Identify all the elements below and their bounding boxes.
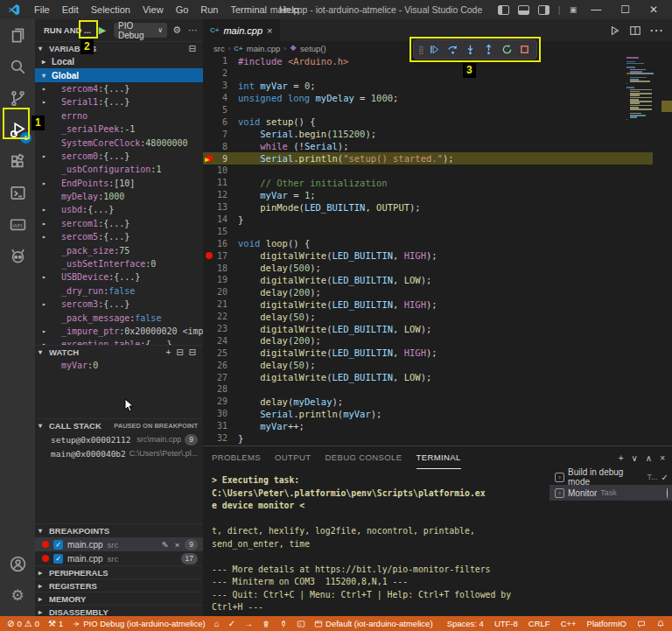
pio-build-button[interactable]: ✓ [228, 619, 235, 628]
code-line[interactable]: 27 digitalWrite(LED_BUILTIN, LOW); [203, 371, 653, 383]
variable-row[interactable]: ▸Local [35, 55, 203, 68]
variable-row[interactable]: _dry_run: false [35, 284, 203, 298]
terminal-output[interactable]: > Executing task: C:\Users\Peter\.platfo… [203, 469, 550, 616]
panel-tab-problems[interactable]: PROBLEMS [212, 446, 261, 469]
extensions-icon[interactable] [0, 145, 35, 177]
pio-terminal-button[interactable] [297, 620, 305, 628]
indentation-indicator[interactable]: Spaces: 4 [447, 619, 484, 628]
variables-pane-header[interactable]: ▾VARIABLES ⊟ [35, 41, 203, 55]
pane-header-peripherals[interactable]: ▸PERIPHERALS [35, 565, 203, 578]
explorer-icon[interactable] [0, 19, 35, 51]
code-line[interactable]: 11 // Other initialization [203, 177, 653, 189]
code-line[interactable]: 14} [203, 214, 653, 226]
code-line[interactable]: 29 delay(myDelay); [203, 396, 653, 408]
pane-header-registers[interactable]: ▸REGISTERS [35, 578, 203, 592]
code-line[interactable]: 7 Serial.begin(115200); [203, 128, 653, 140]
minimap[interactable] [626, 57, 653, 121]
panel-tab-output[interactable]: OUTPUT [275, 446, 311, 469]
breakpoint-checkbox[interactable]: ✓ [53, 554, 63, 564]
editor-more-actions-icon[interactable]: ⋯ [649, 22, 663, 39]
variable-row[interactable]: ▸Serial1: {...} [35, 95, 203, 109]
code-line[interactable]: 6void setup() { [203, 116, 653, 128]
feedback-button[interactable] [637, 620, 646, 628]
tab-close-icon[interactable]: × [267, 25, 272, 36]
collapse-all-icon[interactable]: ⊟ [187, 44, 198, 53]
toggle-sidebar-icon[interactable] [498, 5, 509, 15]
code-line[interactable]: 26 delay(50); [203, 359, 653, 371]
code-line[interactable]: 5 [203, 104, 653, 116]
pane-header-disassembly[interactable]: ▸DISASSEMBLY [35, 605, 203, 616]
code-line[interactable]: 30 Serial.println(myVar); [203, 408, 653, 420]
variable-row[interactable]: ▸usbd: {...} [35, 203, 203, 216]
variable-row[interactable]: ▸sercom5: {...} [35, 230, 203, 243]
pio-home-button[interactable]: ⌂ [214, 619, 220, 628]
panel-tab-terminal[interactable]: TERMINAL [416, 446, 461, 469]
code-line[interactable]: 28 [203, 383, 653, 396]
code-line[interactable]: 22 delay(50); [203, 311, 653, 323]
maximize-panel-icon[interactable]: ∧ [646, 453, 652, 463]
code-line[interactable]: 19 digitalWrite(LED_BUILTIN, LOW); [203, 274, 653, 286]
menu-go[interactable]: Go [170, 4, 195, 15]
settings-gear-icon[interactable]: ⚙ [0, 579, 35, 611]
debug-config-select[interactable]: PIO Debug∨ [114, 23, 167, 38]
pane-header-memory[interactable]: ▸MEMORY [35, 592, 203, 605]
code-line[interactable]: 15 [203, 225, 653, 237]
problems-indicator[interactable]: ⊘0 ⚠0 [7, 619, 39, 628]
code-line[interactable]: 16void loop() { [203, 237, 653, 249]
variable-row[interactable]: myDelay: 1000 [35, 190, 203, 203]
code-line[interactable]: 3int myVar = 0; [203, 80, 653, 92]
account-icon[interactable] [0, 548, 35, 579]
maximize-button[interactable]: ☐ [615, 4, 635, 16]
menu-view[interactable]: View [136, 4, 170, 15]
breakpoint-row[interactable]: ✓main.cppsrc✎×9 [35, 537, 203, 551]
add-watch-icon[interactable]: + [164, 347, 172, 357]
search-icon[interactable] [0, 51, 35, 82]
menu-file[interactable]: File [28, 4, 56, 15]
variable-row[interactable]: _serialPeek: -1 [35, 123, 203, 136]
edit-breakpoint-icon[interactable]: ✎ [161, 540, 170, 550]
variable-row[interactable]: ▾Global [35, 68, 203, 81]
remove-breakpoint-icon[interactable]: × [174, 540, 181, 550]
menu-run[interactable]: Run [194, 4, 224, 15]
customize-layout-icon[interactable]: ▣ [570, 5, 578, 14]
remove-all-watch-icon[interactable]: ⊟ [187, 347, 198, 357]
variable-row[interactable]: _pack_message: false [35, 311, 203, 324]
platformio-icon[interactable] [0, 240, 35, 271]
run-or-debug-icon[interactable] [609, 25, 621, 37]
breakpoint-row[interactable]: ✓main.cppsrc17 [35, 551, 203, 565]
pio-serial-monitor-button[interactable] [279, 620, 288, 628]
debug-gear-icon[interactable]: ⚙ [171, 25, 183, 36]
remote-terminal-icon[interactable] [0, 177, 35, 208]
toggle-panel-icon[interactable] [518, 5, 529, 15]
more-actions-icon[interactable]: ⋯ [186, 25, 200, 36]
variable-row[interactable]: errno [35, 109, 203, 123]
task-item-build-in-debug-mode[interactable]: ›Build in debug modeT...✓ [550, 469, 672, 485]
code-line[interactable]: 8 while (!Serial); [203, 140, 653, 152]
code-line[interactable]: 12 myVar = 1; [203, 189, 653, 201]
menu-edit[interactable]: Edit [56, 4, 85, 15]
platformio-indicator[interactable]: PlatformIO [587, 619, 626, 628]
breakpoint-checkbox[interactable]: ✓ [53, 540, 63, 550]
variable-row[interactable]: ▸exception_table: {...} [35, 338, 203, 345]
language-indicator[interactable]: C++ [561, 619, 577, 628]
code-line[interactable]: 20 delay(200); [203, 286, 653, 298]
close-panel-icon[interactable]: × [660, 453, 665, 463]
tools-indicator[interactable]: ⚒1 [48, 619, 63, 628]
notifications-button[interactable] [656, 620, 665, 628]
code-line[interactable]: 13 pinMode(LED_BUILTIN, OUTPUT); [203, 201, 653, 214]
watch-pane-header[interactable]: ▾WATCH + ⊟ ⊟ [35, 345, 203, 359]
task-item-monitor[interactable]: ›MonitorTask [550, 485, 672, 501]
variable-row[interactable]: ▸sercom0: {...} [35, 150, 203, 163]
breakpoints-pane-header[interactable]: ▾BREAKPOINTS [35, 523, 203, 537]
code-line[interactable]: 31 myVar++; [203, 420, 653, 432]
close-button[interactable]: ✕ [644, 4, 663, 16]
variable-row[interactable]: _usbConfiguration: 1 [35, 163, 203, 176]
code-line[interactable]: 24 delay(200); [203, 334, 653, 347]
variable-row[interactable]: ▸EndPoints: [10] [35, 177, 203, 190]
variable-row[interactable]: _pack_size: 75 [35, 243, 203, 256]
variable-row[interactable]: ▸sercom3: {...} [35, 298, 203, 311]
eol-indicator[interactable]: CRLF [528, 619, 550, 628]
minimize-button[interactable]: — [585, 4, 606, 16]
encoding-indicator[interactable]: UTF-8 [494, 619, 518, 628]
code-line[interactable]: 10 [203, 165, 653, 177]
